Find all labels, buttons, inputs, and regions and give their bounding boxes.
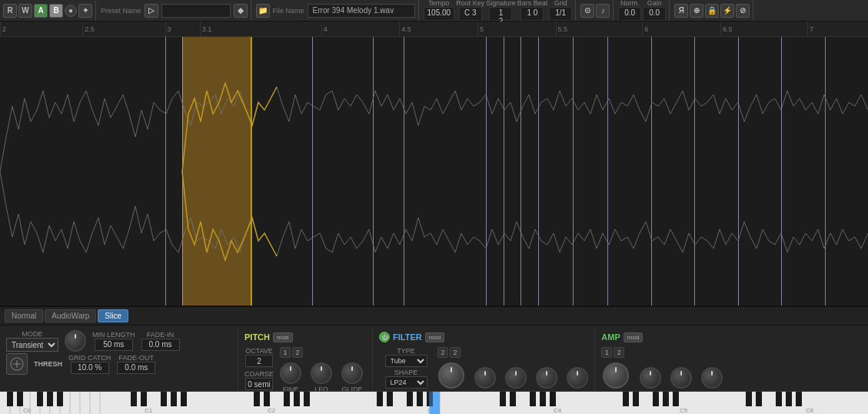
r-button[interactable]: R [3,4,17,18]
file-name-input[interactable] [308,4,415,18]
filter-power-btn[interactable]: ⏻ [379,332,390,342]
svg-rect-14 [7,392,13,406]
fade-in-block: FADE-IN 0.0 ms [141,331,180,351]
c1-label: C1 [145,407,153,414]
norm-value[interactable]: 0.0 [618,7,641,21]
grid-value[interactable]: 1/1 [549,7,572,21]
amp-lfo-knob[interactable] [640,367,661,389]
mark-3-1: 3.1 [200,22,212,36]
slice-row-2: THRESH GRID CATCH 10.0 % FADE-OUT 0.0 ms [6,353,231,375]
svg-rect-21 [161,392,167,406]
c4-label: C4 [554,407,562,414]
thresh-label: THRESH [34,360,62,368]
preset-save[interactable]: ◆ [234,4,248,18]
svg-rect-30 [387,392,393,406]
pitch-badge-2: 2 [292,347,303,358]
pitch-title: PITCH [244,332,270,342]
bolt-icon[interactable]: ⚡ [720,4,734,18]
coarse-value[interactable]: 0 semi [245,378,273,390]
amp-badges: 1 2 [601,347,731,358]
pitch-glide-knob[interactable] [341,362,363,384]
svg-rect-39 [623,392,629,406]
pitch-header: PITCH mod [244,330,366,344]
mode-select[interactable]: Transient Grid [6,338,58,352]
svg-rect-32 [417,392,423,406]
signature-value[interactable]: 12 [489,7,512,21]
gain-value[interactable]: 0.0 [643,7,666,21]
filter-type-select[interactable]: Tube Classic Ladder [385,355,427,367]
svg-rect-38 [550,392,556,406]
a-button[interactable]: A [34,4,48,18]
pitch-mod-btn[interactable]: mod [273,332,293,342]
tempo-value[interactable]: 105.00 [424,7,455,21]
thresh-icon[interactable] [6,353,28,375]
thresh-knob[interactable] [65,330,86,352]
fade-out-value[interactable]: 0.0 ms [117,362,155,374]
preset-group: Preset Name ▷ ◆ [101,0,251,21]
grid-catch-value[interactable]: 10.0 % [71,362,109,374]
filter-shape-label: SHAPE [394,369,418,376]
reso-knob[interactable] [474,367,496,389]
min-length-value[interactable]: 50 ms [95,339,133,351]
preset-arrow[interactable]: ▷ [145,4,158,18]
metro-icon[interactable]: ⊙ [580,4,594,18]
amp-mod-btn[interactable]: mod [624,332,644,342]
filter-lfo-knob[interactable] [567,367,588,389]
svg-rect-34 [500,392,506,406]
svg-rect-19 [131,392,137,406]
lock-icon[interactable]: 🔒 [705,4,719,18]
coarse-label: COARSE [244,370,274,378]
loop-icon[interactable]: ⊕ [690,4,703,18]
slice-tab[interactable]: Slice [98,309,128,322]
drive-knob[interactable] [505,367,527,389]
icons-group: ⊙ ♪ [580,0,614,21]
mark-4-5: 4.5 [399,22,411,36]
root-key-value[interactable]: C 3 [459,7,482,21]
pan-knob[interactable] [670,367,692,389]
fade-in-label: FADE-IN [147,331,175,339]
filter-shape-select[interactable]: LP24 HP24 BP [385,376,427,389]
cutoff-knob[interactable] [438,362,464,389]
pitch-fine-knob[interactable] [280,362,301,384]
mode-tabs: Normal AudioWarp Slice [0,307,868,326]
piano-svg[interactable]: // This will be drawn with the SVG below… [0,392,868,414]
c5-label: C5 [680,407,688,414]
mark-2-5: 2.5 [82,22,95,36]
slice2-icon[interactable]: ⊘ [736,4,750,18]
circle-btn[interactable]: ● [65,5,77,17]
slice-controls: MODE Transient Grid MIN LENGTH 50 ms FAD… [0,329,238,399]
normal-tab[interactable]: Normal [5,309,43,322]
tempo-param: Tempo 105.00 [424,0,455,21]
waveform-canvas[interactable] [0,37,868,306]
fade-in-value[interactable]: 0.0 ms [141,339,180,351]
octave-value[interactable]: 2 [245,355,273,367]
star-btn[interactable]: ✦ [78,4,92,18]
volume-knob[interactable] [603,362,629,389]
filter-section: ⏻ FILTER mod TYPE Tube Classic Ladder [373,329,595,399]
audiowarp-tab[interactable]: AudioWarp [45,309,96,322]
pitch-lfo-knob[interactable] [311,362,332,384]
bars-value[interactable]: 1 0 [520,7,544,21]
keyf-knob[interactable] [536,367,557,389]
filter-mod-btn[interactable]: mod [425,332,445,342]
svg-rect-17 [47,392,53,406]
tune-icon[interactable]: ♪ [596,4,610,18]
svg-rect-45 [756,392,762,406]
preset-name-input[interactable] [161,4,231,18]
grid-catch-block: GRID CATCH 10.0 % [68,354,111,374]
b-button[interactable]: B [49,4,63,18]
amp-lfo2-knob[interactable] [701,367,723,389]
amp-section: AMP mod 1 2 VOLUME LFO [595,329,737,399]
norm-param: Norm. 0.0 [618,0,641,21]
filter-type-block: TYPE Tube Classic Ladder [379,347,433,367]
mark-4: 4 [321,22,328,36]
svg-rect-26 [284,392,290,406]
file-folder[interactable]: 📁 [256,4,270,18]
timeline: 2 2.5 3 3.1 4 4.5 5 5.5 6 6.5 7 [0,22,868,37]
mode-label: MODE [22,330,43,338]
signature-param: Signature 12 [486,0,516,21]
svg-rect-37 [540,392,546,406]
w-button[interactable]: W [18,4,32,18]
reverse-icon[interactable]: Я [674,4,688,18]
svg-rect-25 [264,392,270,406]
